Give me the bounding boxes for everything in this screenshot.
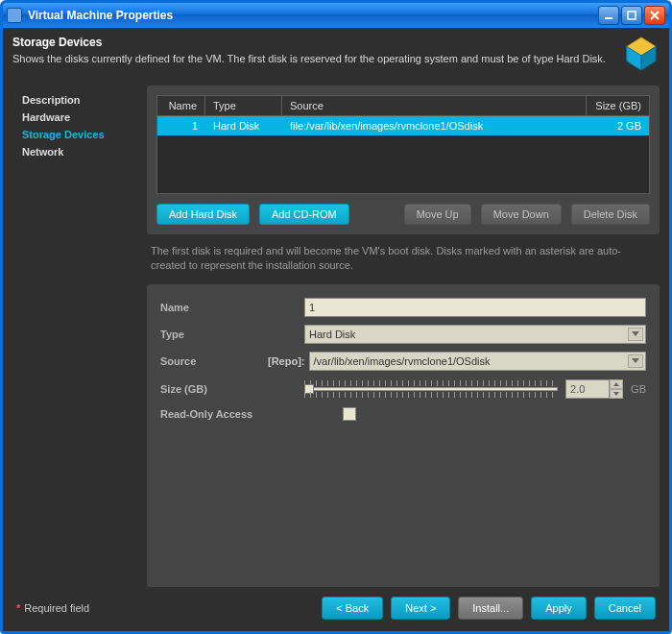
sidebar-item-storage-devices[interactable]: Storage Devices	[18, 126, 141, 143]
spinner-down-icon[interactable]	[610, 389, 623, 399]
size-unit: GB	[631, 383, 646, 395]
cancel-button[interactable]: Cancel	[594, 597, 656, 620]
panel-header: Storage Devices Shows the disks currentl…	[12, 36, 660, 72]
sidebar-item-description[interactable]: Description	[18, 91, 141, 109]
sidebar-item-network[interactable]: Network	[18, 143, 141, 160]
source-select[interactable]: /var/lib/xen/images/rvmclone1/OSdisk	[309, 352, 647, 371]
disk-form-panel: Name Type Hard Disk Source [Repo]:	[147, 284, 660, 587]
add-hard-disk-button[interactable]: Add Hard Disk	[156, 204, 250, 225]
table-header-row: Name Type Source Size (GB)	[157, 96, 649, 116]
label-size: Size (GB)	[160, 383, 304, 395]
disk-table[interactable]: Name Type Source Size (GB) 1 Hard Disk f…	[156, 95, 650, 194]
spinner-up-icon[interactable]	[610, 379, 623, 389]
label-source: Source	[160, 355, 268, 367]
close-button[interactable]	[644, 6, 665, 25]
type-select-value: Hard Disk	[309, 329, 355, 340]
svg-rect-1	[628, 12, 636, 19]
size-value[interactable]: 2.0	[565, 379, 610, 399]
storage-icon	[623, 36, 660, 72]
label-name: Name	[160, 302, 304, 313]
content-area: Storage Devices Shows the disks currentl…	[3, 28, 669, 631]
size-slider[interactable]	[304, 378, 558, 400]
app-icon	[7, 8, 22, 23]
panel-title: Storage Devices	[12, 36, 613, 49]
svg-rect-0	[605, 17, 612, 19]
sidebar-item-hardware[interactable]: Hardware	[18, 109, 141, 126]
back-button[interactable]: < Back	[322, 597, 383, 620]
col-header-size[interactable]: Size (GB)	[587, 96, 649, 115]
table-body: 1 Hard Disk file:/var/lib/xen/images/rvm…	[157, 116, 649, 193]
type-select[interactable]: Hard Disk	[304, 325, 646, 344]
readonly-checkbox[interactable]	[343, 407, 356, 421]
col-header-source[interactable]: Source	[282, 96, 587, 115]
add-cdrom-button[interactable]: Add CD-ROM	[259, 204, 349, 225]
delete-disk-button[interactable]: Delete Disk	[571, 204, 650, 225]
window-frame: Virtual Machine Properties Storage Devic…	[0, 0, 672, 634]
required-field-note: *Required field	[16, 602, 314, 614]
name-input[interactable]	[304, 298, 646, 317]
titlebar[interactable]: Virtual Machine Properties	[3, 3, 669, 28]
cell-type: Hard Disk	[205, 116, 282, 135]
panel-description: Shows the disks currently defined for th…	[12, 52, 613, 65]
move-up-button[interactable]: Move Up	[404, 204, 471, 225]
source-select-value: /var/lib/xen/images/rvmclone1/OSdisk	[314, 355, 491, 367]
install-button[interactable]: Install...	[458, 597, 523, 620]
table-row[interactable]: 1 Hard Disk file:/var/lib/xen/images/rvm…	[157, 116, 649, 135]
minimize-button[interactable]	[598, 6, 619, 25]
size-spinner[interactable]: 2.0	[565, 379, 623, 399]
col-header-name[interactable]: Name	[157, 96, 205, 115]
main-panel: Name Type Source Size (GB) 1 Hard Disk f…	[147, 85, 660, 587]
repo-marker: [Repo]:	[268, 355, 305, 367]
chevron-down-icon	[628, 354, 643, 368]
table-button-row: Add Hard Disk Add CD-ROM Move Up Move Do…	[156, 204, 650, 225]
window-title: Virtual Machine Properties	[28, 9, 596, 22]
label-readonly: Read-Only Access	[160, 408, 343, 420]
move-down-button[interactable]: Move Down	[481, 204, 562, 225]
footer: *Required field < Back Next > Install...…	[12, 587, 660, 622]
maximize-button[interactable]	[621, 6, 642, 25]
next-button[interactable]: Next >	[391, 597, 450, 620]
disk-table-panel: Name Type Source Size (GB) 1 Hard Disk f…	[147, 85, 660, 234]
chevron-down-icon	[628, 328, 643, 341]
sidebar: Description Hardware Storage Devices Net…	[12, 85, 147, 587]
cell-source: file:/var/lib/xen/images/rvmclone1/OSdis…	[282, 116, 587, 135]
cell-name: 1	[157, 116, 205, 135]
label-type: Type	[160, 329, 304, 340]
cell-size: 2 GB	[587, 116, 649, 135]
col-header-type[interactable]: Type	[205, 96, 282, 115]
table-hint: The first disk is required and will beco…	[151, 244, 656, 273]
apply-button[interactable]: Apply	[531, 597, 587, 620]
